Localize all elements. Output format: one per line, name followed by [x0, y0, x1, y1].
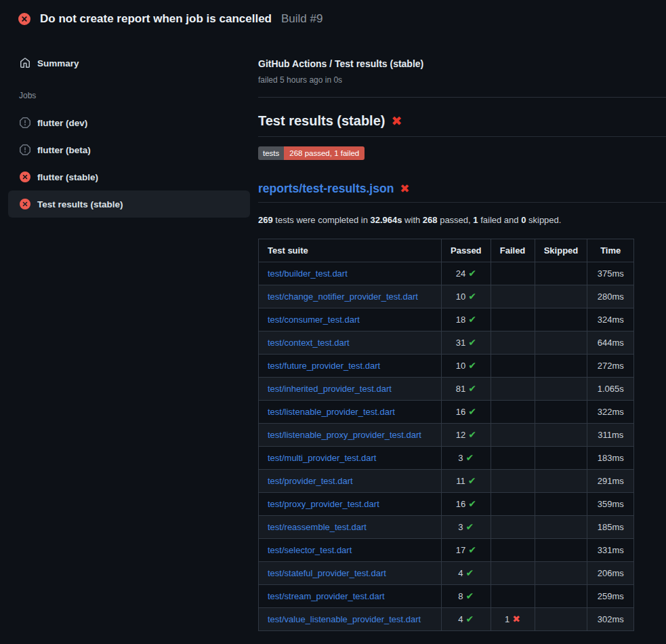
check-run-title-text: Test results (stable): [258, 112, 385, 129]
header-divider: [258, 97, 666, 98]
suite-link[interactable]: test/future_provider_test.dart: [268, 361, 380, 371]
suite-cell: test/consumer_test.dart: [259, 308, 442, 331]
check-icon: ✔: [468, 268, 476, 279]
suite-link[interactable]: test/multi_provider_test.dart: [268, 453, 376, 463]
check-icon: ✔: [468, 314, 476, 325]
check-icon: ✔: [468, 291, 476, 302]
suite-cell: test/future_provider_test.dart: [259, 355, 442, 378]
badge-value: 268 passed, 1 failed: [284, 146, 365, 160]
suite-cell: test/proxy_provider_test.dart: [259, 493, 442, 516]
table-row: test/stream_provider_test.dart8✔259ms: [259, 585, 634, 608]
time-cell: 259ms: [587, 585, 634, 608]
check-icon: ✔: [466, 567, 474, 578]
skipped-cell: [535, 424, 587, 447]
suite-link[interactable]: test/listenable_proxy_provider_test.dart: [268, 430, 421, 440]
suite-link[interactable]: test/listenable_provider_test.dart: [268, 407, 395, 417]
suite-link[interactable]: test/inherited_provider_test.dart: [268, 384, 392, 394]
failed-cell: [491, 539, 535, 562]
x-circle-icon: [20, 199, 30, 209]
report-file-link[interactable]: reports/test-results.json ✖: [258, 180, 666, 203]
check-icon: ✔: [466, 613, 474, 624]
summary-segment: failed and: [478, 215, 522, 225]
tests-badge: tests 268 passed, 1 failed: [258, 146, 365, 160]
skipped-cell: [535, 608, 587, 631]
suite-link[interactable]: test/reassemble_test.dart: [268, 522, 367, 532]
passed-count: 17: [456, 545, 465, 555]
passed-count: 3: [458, 522, 463, 532]
skipped-cell: [535, 262, 587, 285]
sidebar-item-job[interactable]: Test results (stable): [8, 190, 250, 218]
time-cell: 644ms: [587, 331, 634, 355]
table-row: test/builder_test.dart24✔375ms: [259, 262, 634, 285]
report-file-link-text: reports/test-results.json: [258, 180, 394, 197]
suite-link[interactable]: test/provider_test.dart: [268, 476, 353, 486]
time-cell: 322ms: [587, 401, 634, 424]
check-icon: ✔: [468, 406, 476, 417]
suite-cell: test/listenable_provider_test.dart: [259, 401, 442, 424]
suite-link[interactable]: test/stream_provider_test.dart: [268, 591, 385, 601]
passed-cell: 10✔: [442, 285, 491, 308]
failed-count: 1: [505, 614, 509, 624]
build-title: Do not create report when job is cancell…: [40, 12, 272, 26]
passed-cell: 10✔: [442, 355, 491, 378]
skipped-cell: [535, 331, 587, 355]
time-cell: 183ms: [587, 447, 634, 470]
passed-cell: 31✔: [442, 331, 491, 355]
sidebar-item-job[interactable]: flutter (beta): [8, 136, 250, 163]
passed-count: 8: [458, 591, 463, 601]
sidebar-item-job[interactable]: flutter (dev): [8, 109, 250, 136]
check-icon: ✔: [468, 544, 476, 555]
summary-segment: passed,: [438, 215, 474, 225]
suite-cell: test/change_notifier_provider_test.dart: [259, 285, 442, 308]
suite-link[interactable]: test/consumer_test.dart: [268, 315, 360, 325]
passed-cell: 4✔: [442, 608, 491, 631]
failed-cell: [491, 401, 535, 424]
suite-cell: test/context_test.dart: [259, 331, 442, 355]
stop-icon: [20, 117, 30, 128]
summary-segment: 32.964s: [371, 215, 402, 225]
suite-link[interactable]: test/proxy_provider_test.dart: [268, 499, 379, 509]
table-row: test/consumer_test.dart18✔324ms: [259, 308, 634, 331]
sidebar-item-job[interactable]: flutter (stable): [8, 163, 250, 190]
failed-cell: [491, 516, 535, 539]
passed-count: 16: [456, 407, 465, 417]
passed-cell: 12✔: [442, 424, 491, 447]
table-row: test/proxy_provider_test.dart16✔359ms: [259, 493, 634, 516]
table-row: test/inherited_provider_test.dart81✔1.06…: [259, 378, 634, 401]
breadcrumb: GitHub Actions / Test results (stable): [258, 58, 666, 70]
run-status-line: failed 5 hours ago in 0s: [258, 75, 666, 85]
summary-segment: 269: [258, 215, 273, 225]
suite-cell: test/stream_provider_test.dart: [259, 585, 442, 608]
suite-link[interactable]: test/context_test.dart: [268, 338, 350, 348]
time-cell: 291ms: [587, 470, 634, 493]
failed-cell: [491, 308, 535, 331]
check-icon: ✔: [468, 475, 476, 486]
check-icon: ✔: [466, 521, 474, 532]
column-header: Skipped: [535, 239, 587, 262]
passed-count: 31: [456, 338, 465, 348]
suite-cell: test/inherited_provider_test.dart: [259, 378, 442, 401]
check-icon: ✔: [466, 452, 474, 463]
time-cell: 302ms: [587, 608, 634, 631]
summary-line: 269 tests were completed in 32.964s with…: [258, 215, 666, 226]
check-icon: ✔: [468, 337, 476, 348]
sidebar-item-summary[interactable]: Summary: [8, 49, 250, 77]
passed-count: 24: [456, 268, 465, 279]
home-icon: [20, 58, 30, 68]
suite-link[interactable]: test/selector_test.dart: [268, 545, 352, 555]
failed-cell: [491, 562, 535, 585]
failed-cell: [491, 262, 535, 285]
passed-cell: 16✔: [442, 493, 491, 516]
passed-count: 16: [456, 499, 465, 509]
suite-link[interactable]: test/builder_test.dart: [268, 268, 348, 279]
failed-cell: [491, 447, 535, 470]
sidebar-item-label: flutter (stable): [37, 172, 98, 182]
table-row: test/listenable_provider_test.dart16✔322…: [259, 401, 634, 424]
main-content: GitHub Actions / Test results (stable) f…: [258, 38, 666, 631]
suite-link[interactable]: test/change_notifier_provider_test.dart: [268, 291, 418, 302]
column-header: Time: [587, 239, 634, 262]
skipped-cell: [535, 378, 587, 401]
column-header: Failed: [491, 239, 535, 262]
suite-link[interactable]: test/value_listenable_provider_test.dart: [268, 614, 421, 624]
suite-link[interactable]: test/stateful_provider_test.dart: [268, 568, 386, 578]
